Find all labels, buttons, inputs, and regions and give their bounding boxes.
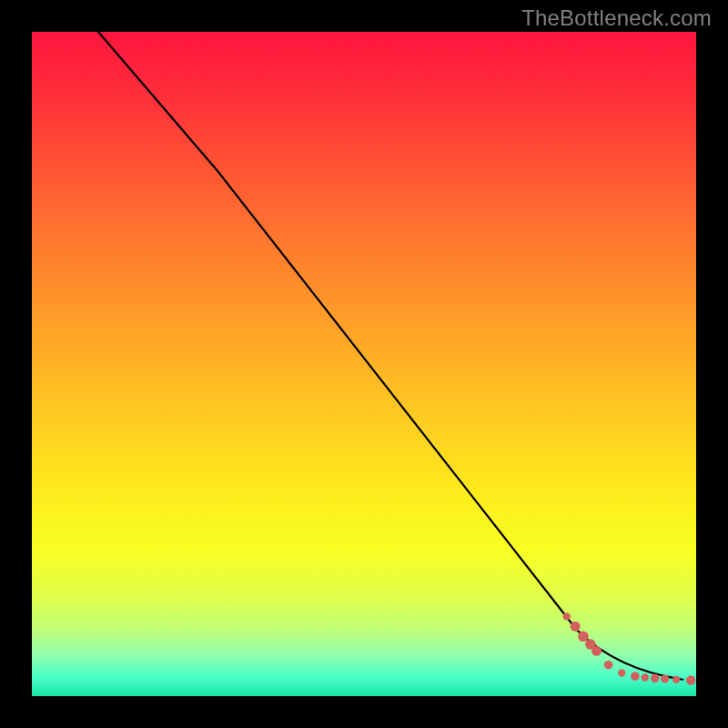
chart-frame: TheBottleneck.com — [0, 0, 728, 728]
data-point — [631, 672, 640, 681]
data-point — [686, 675, 695, 684]
watermark-text: TheBottleneck.com — [521, 5, 712, 31]
data-point — [592, 646, 602, 656]
data-point — [604, 661, 613, 670]
data-point — [651, 673, 660, 682]
data-point — [562, 612, 570, 620]
points-group — [562, 612, 695, 684]
data-point — [571, 622, 581, 632]
plot-area — [32, 32, 696, 696]
data-point — [618, 669, 625, 676]
data-point — [578, 632, 589, 642]
data-point — [661, 674, 669, 682]
data-point — [672, 676, 680, 683]
data-point — [642, 673, 649, 681]
curve-line — [98, 32, 682, 680]
chart-svg — [32, 32, 696, 696]
